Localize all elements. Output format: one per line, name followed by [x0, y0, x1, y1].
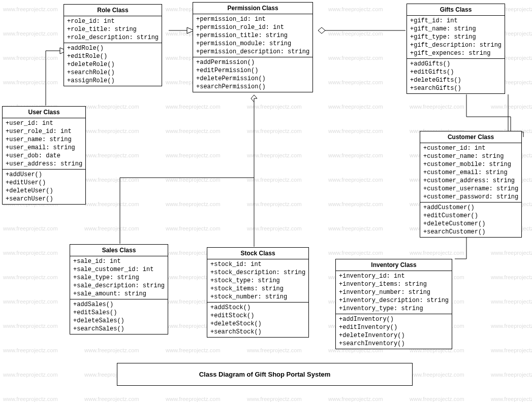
watermark: www.freeprojectz.com: [410, 104, 464, 110]
watermark: www.freeprojectz.com: [328, 6, 383, 12]
class-role: Role Class +role_id: int+role_title: str…: [64, 4, 162, 86]
op-line: +searchSales(): [73, 325, 165, 333]
watermark: www.freeprojectz.com: [410, 372, 464, 378]
watermark: www.freeprojectz.com: [84, 201, 139, 207]
watermark: www.freeprojectz.com: [247, 128, 302, 134]
class-title: Customer Class: [420, 131, 521, 143]
class-title: Inventory Class: [336, 259, 452, 271]
attrs: +customer_id: int+customer_name: string+…: [420, 143, 521, 203]
attr-line: +customer_email: string: [423, 169, 518, 177]
watermark: www.freeprojectz.com: [247, 225, 302, 231]
op-line: +editInventory(): [339, 323, 449, 331]
attr-line: +customer_mobile: string: [423, 160, 518, 169]
watermark: www.freeprojectz.com: [328, 79, 383, 85]
watermark: www.freeprojectz.com: [3, 347, 58, 353]
class-stock: Stock Class +stock_id: int+stock_descrip…: [207, 247, 309, 338]
attrs: +sale_id: int+sale_customer_id: int+sale…: [70, 256, 168, 299]
attr-line: +gift_expences: string: [410, 49, 502, 57]
op-line: +addUser(): [6, 171, 82, 179]
attr-line: +customer_name: string: [423, 152, 518, 160]
attr-line: +user_id: int: [6, 119, 82, 127]
ops: +addCustomer()+editCustomer()+deleteCust…: [420, 203, 521, 237]
watermark: www.freeprojectz.com: [328, 128, 383, 134]
op-line: +deleteCustomer(): [423, 220, 518, 228]
watermark: www.freeprojectz.com: [328, 250, 383, 256]
attr-line: +customer_username: string: [423, 185, 518, 193]
op-line: +deleteRole(): [67, 60, 159, 69]
attr-line: +inventory_number: string: [339, 288, 449, 296]
op-line: +deleteSales(): [73, 317, 165, 325]
class-title: User Class: [3, 107, 85, 118]
watermark: www.freeprojectz.com: [247, 347, 302, 353]
op-line: +editCustomer(): [423, 212, 518, 220]
watermark: www.freeprojectz.com: [328, 104, 383, 110]
watermark: www.freeprojectz.com: [84, 104, 139, 110]
diagram-title: Class Diagram of Gift Shop Portal System: [117, 363, 413, 386]
watermark: www.freeprojectz.com: [3, 30, 58, 37]
attr-line: +sale_id: int: [73, 257, 165, 265]
attr-line: +stock_id: int: [210, 260, 305, 269]
watermark: www.freeprojectz.com: [328, 55, 383, 61]
attr-line: +sale_customer_id: int: [73, 265, 165, 274]
op-line: +addInventory(): [339, 315, 449, 323]
watermark: www.freeprojectz.com: [3, 55, 58, 61]
ops: +addRole()+editRole()+deleteRole()+searc…: [64, 43, 162, 86]
op-line: +searchCustomer(): [423, 228, 518, 236]
class-title: Permission Class: [193, 3, 312, 14]
attr-line: +customer_password: string: [423, 193, 518, 201]
attr-line: +role_title: string: [67, 25, 159, 34]
watermark: www.freeprojectz.com: [84, 347, 139, 353]
watermark: www.freeprojectz.com: [247, 201, 302, 207]
op-line: +searchGifts(): [410, 84, 502, 92]
op-line: +deleteUser(): [6, 187, 82, 195]
op-line: +editGifts(): [410, 68, 502, 76]
watermark: www.freeprojectz.com: [328, 201, 383, 207]
watermark: www.freeprojectz.com: [328, 225, 383, 231]
watermark: www.freeprojectz.com: [491, 298, 532, 305]
attr-line: +customer_address: string: [423, 177, 518, 185]
attrs: +stock_id: int+stock_description: string…: [207, 259, 308, 303]
attr-line: +sale_description: string: [73, 282, 165, 290]
op-line: +searchRole(): [67, 69, 159, 77]
watermark: www.freeprojectz.com: [3, 298, 58, 305]
attr-line: +user_email: string: [6, 144, 82, 152]
op-line: +searchUser(): [6, 195, 82, 203]
op-line: +editUser(): [6, 179, 82, 187]
attr-line: +user_dob: date: [6, 152, 82, 160]
attr-line: +permission_module: string: [196, 40, 309, 48]
ops: +addInventory()+editInventory()+deleteIn…: [336, 314, 452, 349]
attrs: +user_id: int+user_role_id: int+user_nam…: [3, 118, 85, 170]
watermark: www.freeprojectz.com: [247, 396, 302, 402]
attr-line: +user_role_id: int: [6, 127, 82, 136]
attr-line: +role_description: string: [67, 34, 159, 42]
watermark: www.freeprojectz.com: [247, 104, 302, 110]
attr-line: +gift_id: int: [410, 17, 502, 25]
watermark: www.freeprojectz.com: [166, 177, 221, 183]
watermark: www.freeprojectz.com: [3, 323, 58, 329]
watermark: www.freeprojectz.com: [84, 177, 139, 183]
class-user: User Class +user_id: int+user_role_id: i…: [2, 106, 86, 205]
attr-line: +sale_type: string: [73, 274, 165, 282]
op-line: +editPermission(): [196, 66, 309, 75]
attr-line: +gift_name: string: [410, 25, 502, 33]
watermark: www.freeprojectz.com: [410, 396, 464, 402]
op-line: +editRole(): [67, 52, 159, 60]
watermark: www.freeprojectz.com: [247, 152, 302, 158]
attr-line: +permission_title: string: [196, 31, 309, 40]
op-line: +searchPermission(): [196, 83, 309, 91]
attr-line: +permission_description: string: [196, 48, 309, 56]
ops: +addGifts()+editGifts()+deleteGifts()+se…: [407, 59, 505, 93]
attr-line: +role_id: int: [67, 17, 159, 25]
attr-line: +customer_id: int: [423, 144, 518, 152]
attr-line: +inventory_id: int: [339, 272, 449, 280]
watermark: www.freeprojectz.com: [166, 347, 221, 353]
ops: +addPermission()+editPermission()+delete…: [193, 57, 312, 92]
attrs: +role_id: int+role_title: string+role_de…: [64, 16, 162, 43]
op-line: +editSales(): [73, 309, 165, 317]
class-title: Role Class: [64, 5, 162, 16]
watermark: www.freeprojectz.com: [166, 201, 221, 207]
op-line: +addRole(): [67, 44, 159, 52]
attr-line: +gift_description: string: [410, 41, 502, 49]
class-title: Sales Class: [70, 245, 168, 256]
watermark: www.freeprojectz.com: [491, 250, 532, 256]
